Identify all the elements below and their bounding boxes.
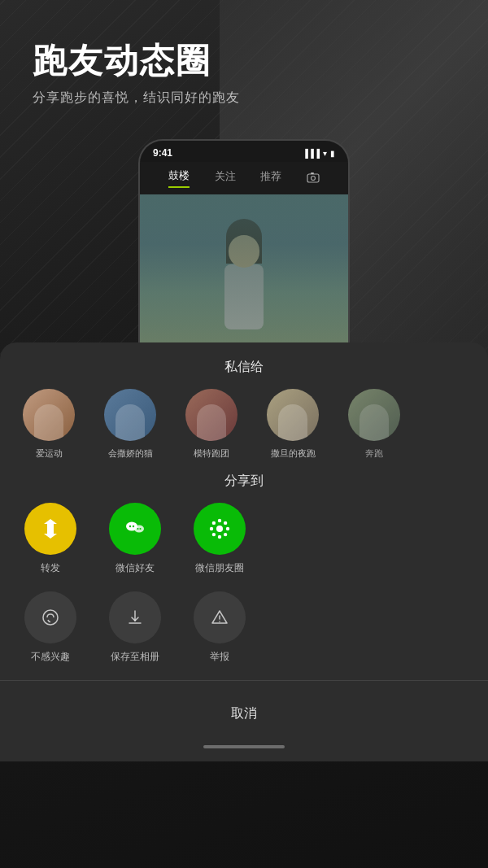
tab-gulou[interactable]: 鼓楼 <box>168 168 190 188</box>
share-repost-label: 转发 <box>41 561 60 575</box>
svg-point-18 <box>43 610 58 625</box>
svg-point-16 <box>224 521 227 524</box>
divider <box>0 680 488 681</box>
action-save[interactable]: 保存至相册 <box>109 591 161 664</box>
share-moments[interactable]: 微信朋友圈 <box>194 503 246 575</box>
report-label: 举报 <box>210 650 229 664</box>
page-title: 跑友动态圈 <box>33 41 455 81</box>
share-wechat-label: 微信好友 <box>115 561 155 575</box>
share-icons-row: 转发 微信好友 <box>0 503 488 575</box>
bottom-spacer <box>0 748 488 761</box>
tab-follow[interactable]: 关注 <box>215 169 236 187</box>
svg-point-8 <box>139 528 141 530</box>
svg-point-20 <box>219 621 220 622</box>
avatar <box>267 389 319 441</box>
wifi-icon: ▾ <box>323 149 327 158</box>
status-bar: 9:41 ▐▐▐ ▾ ▮ <box>140 141 348 162</box>
phone-mockup: 9:41 ▐▐▐ ▾ ▮ 鼓楼 关注 推荐 <box>0 139 488 351</box>
report-icon <box>194 591 246 643</box>
share-section: 分享到 转发 <box>0 473 488 575</box>
avatar-figure <box>185 389 237 441</box>
wechat-icon-circle <box>109 503 161 555</box>
not-interested-label: 不感兴趣 <box>31 650 70 664</box>
svg-point-11 <box>218 534 221 538</box>
action-row: 不感兴趣 保存至相册 举报 <box>0 578 488 670</box>
phone-content-image <box>140 194 348 351</box>
svg-point-13 <box>226 526 229 530</box>
svg-point-10 <box>218 518 221 521</box>
save-icon <box>109 591 161 643</box>
phone-frame: 9:41 ▐▐▐ ▾ ▮ 鼓楼 关注 推荐 <box>138 139 350 351</box>
contact-name: 爱运动 <box>36 447 63 459</box>
svg-point-14 <box>212 521 216 524</box>
camera-icon[interactable] <box>307 172 320 185</box>
tab-recommend[interactable]: 推荐 <box>260 169 281 187</box>
share-repost[interactable]: 转发 <box>24 503 76 575</box>
avatar-figure <box>104 389 156 441</box>
phone-tabs: 鼓楼 关注 推荐 <box>140 162 348 194</box>
contact-item[interactable]: 模特跑团 <box>171 389 252 459</box>
svg-point-15 <box>224 533 227 536</box>
private-section: 私信给 爱运动 会撒娇的猫 模特跑团 <box>0 359 488 459</box>
avatar <box>104 389 156 441</box>
svg-rect-0 <box>307 174 319 182</box>
battery-icon: ▮ <box>330 149 335 158</box>
cancel-button[interactable]: 取消 <box>0 691 488 737</box>
svg-point-4 <box>134 525 144 532</box>
private-title: 私信给 <box>0 359 488 376</box>
contact-item[interactable]: 撒旦的夜跑 <box>252 389 333 459</box>
contact-item[interactable]: 爱运动 <box>8 389 89 459</box>
repost-icon-circle <box>24 503 76 555</box>
page-subtitle: 分享跑步的喜悦，结识同好的跑友 <box>33 89 455 107</box>
contacts-row: 爱运动 会撒娇的猫 模特跑团 撒旦的夜跑 <box>0 389 488 459</box>
not-interested-icon <box>24 591 76 643</box>
contact-item[interactable]: 会撒娇的猫 <box>89 389 171 459</box>
status-icons: ▐▐▐ ▾ ▮ <box>303 149 335 158</box>
phone-time: 9:41 <box>153 147 172 159</box>
share-moments-label: 微信朋友圈 <box>195 561 244 575</box>
save-label: 保存至相册 <box>111 650 159 664</box>
svg-point-1 <box>311 176 315 180</box>
moments-icon-circle <box>194 503 246 555</box>
svg-rect-2 <box>311 172 314 174</box>
svg-point-7 <box>137 528 138 530</box>
bottom-sheet: 私信给 爱运动 会撒娇的猫 模特跑团 <box>0 342 488 761</box>
signal-icon: ▐▐▐ <box>303 149 320 158</box>
contact-item[interactable]: 奔跑 <box>333 389 415 459</box>
svg-point-5 <box>129 525 131 526</box>
svg-point-17 <box>212 533 216 536</box>
contact-name: 撒旦的夜跑 <box>271 447 316 459</box>
avatar-figure <box>348 389 400 441</box>
action-report[interactable]: 举报 <box>194 591 246 664</box>
svg-point-9 <box>216 526 223 532</box>
contact-name: 奔跑 <box>365 447 383 459</box>
share-wechat[interactable]: 微信好友 <box>109 503 161 575</box>
svg-point-6 <box>133 525 134 526</box>
avatar <box>348 389 400 441</box>
contact-name: 会撒娇的猫 <box>108 447 153 459</box>
share-title: 分享到 <box>0 473 488 490</box>
svg-point-12 <box>210 526 213 530</box>
avatar <box>185 389 237 441</box>
avatar-figure <box>267 389 319 441</box>
avatar <box>23 389 75 441</box>
header: 跑友动态圈 分享跑步的喜悦，结识同好的跑友 <box>0 0 488 123</box>
contact-name: 模特跑团 <box>194 447 229 459</box>
action-not-interested[interactable]: 不感兴趣 <box>24 591 76 664</box>
avatar-figure <box>23 389 75 441</box>
